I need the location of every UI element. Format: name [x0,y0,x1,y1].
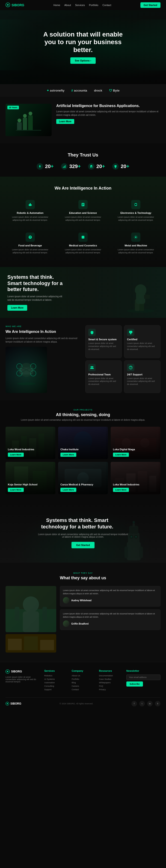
newsletter-subscribe-button[interactable]: Subscribe [126,681,143,686]
intel-card-0: Robotic & Automation Lorem ipsum dolor s… [5,196,55,225]
stat-icon-building [88,163,94,170]
nav-about[interactable]: About [64,4,71,6]
project-btn-1[interactable]: Learn More [60,453,76,457]
feature-text: Artificial Intelligence for Business App… [56,104,161,136]
svg-rect-7 [16,130,41,131]
footer-link-consulting[interactable]: Consulting [44,685,67,687]
stat-num-1: 329+ [70,163,81,169]
client-astronefty: ✦ astronefty [47,89,65,92]
footer-link-privacy[interactable]: Privacy [99,688,122,691]
newsletter-email-input[interactable] [126,675,161,680]
testimonial-main-image [5,586,56,632]
footer-copyright: © 2024 SIBORG. All rights reserved. [59,703,93,705]
ai-section-title: We Are Intelligence In Action [5,330,81,334]
project-btn-2[interactable]: Learn More [113,453,129,457]
footer-link-case-studies[interactable]: Case Studies [99,678,122,680]
nav-home[interactable]: Home [53,4,60,6]
project-content-3: Koja Senior High School Learn More [8,483,53,492]
ai-features-section: WHO WE ARE We Are Intelligence In Action… [0,318,166,400]
svg-rect-103 [8,639,22,650]
stat-num-3: 20+ [121,163,129,169]
stat-item-0: 20+ [37,163,53,170]
svg-point-61 [130,369,131,369]
intel-card-title-4: Medical and Cosmetics [60,244,105,247]
footer-link-whitepapers[interactable]: Whitepapers [99,681,122,684]
footer-link-contact[interactable]: Contact [72,688,94,691]
ai-card-2: Professional Team Lorem ipsum dolor sit … [85,361,122,393]
ai-section-label: WHO WE ARE [5,325,81,328]
social-facebook-icon[interactable]: f [131,701,137,706]
footer-social-links: f t in li [131,701,161,706]
project-btn-4[interactable]: Learn More [60,488,76,492]
project-title-5: Loka Wood Industries [113,483,158,486]
smart-cta-button[interactable]: Get Started [72,542,94,548]
client-drock: drock [94,89,102,92]
hero-content: A solution that will enable you to run y… [32,26,134,69]
ai-card-desc-3: Lorem ipsum dolor sit amet consectetur a… [127,377,158,386]
project-content-5: Loka Wood Industries Learn More [113,483,158,492]
footer-link-robotics[interactable]: Robotics [44,675,67,677]
intel-card-1: Education and Science Lorem ipsum dolor … [58,196,108,225]
footer-link-ai[interactable]: AI Systems [44,678,67,680]
testimonial-quote-0: Lorem ipsum dolor sit amet consectetur a… [63,589,158,595]
stat-icon-trophy [112,163,119,170]
project-btn-0[interactable]: Learn More [8,453,24,457]
footer-link-faq[interactable]: FAQ [99,685,122,687]
social-linkedin-icon[interactable]: li [155,701,161,706]
svg-rect-14 [91,167,92,167]
projects-section: OUR PROJECTS All thinking, sensing, doin… [0,400,166,502]
testimonial-avatar-0 [63,597,70,603]
footer-link-support[interactable]: Support [44,688,67,691]
footer-link-docs[interactable]: Documentation [99,675,122,677]
client-byte: 🛡 Byte [109,89,119,92]
svg-rect-3 [28,115,33,130]
footer-link-automation[interactable]: Automation [44,681,67,684]
svg-rect-99 [23,612,39,632]
nav-links: Home About Services Portfolio Contact [53,4,111,6]
ai-section-description: Lorem ipsum dolor sit amet consectetur a… [5,337,81,343]
trust-section: They Trust Us 20+ 329+ 20+ 20+ [0,143,166,177]
ai-features-left: WHO WE ARE We Are Intelligence In Action… [5,325,81,393]
footer-bottom-brand: SIBORG [10,702,21,705]
smart-content: Systems that think. Smart technology for… [32,513,134,553]
footer-link-portfolio[interactable]: Portfolio [72,678,94,680]
footer-logo: SIBORG [5,670,40,674]
svg-rect-18 [30,203,31,204]
testimonial-avatar-1 [63,620,70,627]
social-instagram-icon[interactable]: in [147,701,153,706]
project-btn-5[interactable]: Learn More [113,488,129,492]
svg-rect-47 [19,368,33,374]
footer-link-blog[interactable]: Blog [72,681,94,684]
navbar: SIBORG Home About Services Portfolio Con… [0,0,166,10]
project-btn-3[interactable]: Learn More [8,488,24,492]
hero-cta-button[interactable]: See Options › [70,57,96,64]
social-twitter-icon[interactable]: t [139,701,145,706]
testimonial-quote-1: Lorem ipsum dolor sit amet consectetur a… [63,612,158,619]
nav-cta-button[interactable]: Get Started [140,2,161,8]
nav-services[interactable]: Services [75,4,85,6]
footer-services-col: Services Robotics AI Systems Automation … [44,670,67,692]
intel-icon-gear [131,232,140,242]
feature-cta-button[interactable]: Learn More [56,119,74,124]
svg-rect-105 [40,640,54,650]
footer-link-about[interactable]: About Us [72,675,94,677]
clients-bar: ✦ astronefty // accounta drock 🛡 Byte [0,84,166,97]
ai-drone-illustration [5,347,47,393]
testimonials-label: WHAT THEY SAY [5,572,161,574]
systems-content: Systems that think. Smart technology for… [0,274,74,311]
footer-company-desc: Lorem ipsum dolor sit amet consectetur a… [5,676,40,683]
systems-cta-button[interactable]: Learn More [7,305,27,311]
footer-link-careers[interactable]: Careers [72,685,94,687]
trust-title: They Trust Us [5,152,161,158]
project-title-1: Chaka Institute [60,448,106,451]
nav-portfolio[interactable]: Portfolio [89,4,98,6]
ai-card-desc-1: Lorem ipsum dolor sit amet consectetur a… [127,342,158,351]
project-title-0: Loka Wood Industries [8,448,53,451]
shield-icon [88,329,96,336]
footer-resources-title: Resources [99,670,122,672]
footer-newsletter-title: Newsletter [126,670,161,672]
nav-contact[interactable]: Contact [102,4,111,6]
testimonial-name-1: Griffin Bradford [71,622,88,625]
svg-rect-13 [91,167,91,168]
svg-rect-44 [144,295,150,299]
